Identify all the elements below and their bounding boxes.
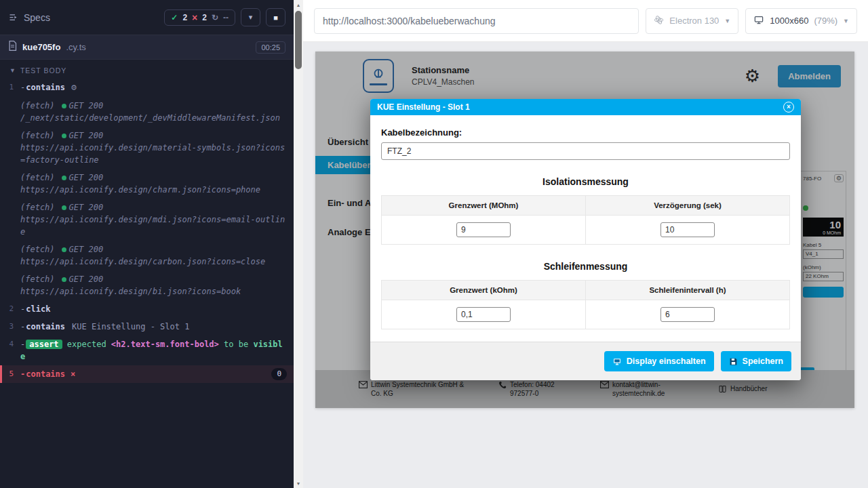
kabelbezeichnung-label: Kabelbezeichnung: [381, 127, 790, 138]
pending-count: -- [223, 13, 229, 22]
isolationsmessung-title: Isolationsmessung [381, 176, 790, 187]
column-header: Grenzwert (MOhm) [382, 196, 586, 216]
aut-background: Stationsname CPLV4_Maschen ⚙ Abmelden Üb… [303, 42, 868, 488]
kabelbezeichnung-input[interactable] [381, 142, 790, 160]
chevron-down-icon: ▾ [249, 13, 253, 22]
scroll-up-icon[interactable]: ▲ [294, 0, 303, 9]
contains-argument: KUE Einstellung - Slot 1 [72, 322, 189, 331]
log-fetch[interactable]: (fetch)GET 200 https://api.iconify.desig… [0, 270, 294, 300]
fetch-url: https://api.iconify.design/mdi.json?icon… [20, 214, 287, 238]
schleifenmessung-table: Grenzwert (kOhm) Schleifenintervall (h) [381, 280, 790, 329]
log-fetch[interactable]: (fetch)GET 200 https://api.iconify.desig… [0, 127, 294, 169]
display-einschalten-button[interactable]: Display einschalten [604, 351, 714, 371]
stop-icon: ■ [273, 14, 278, 22]
command-contains-failed[interactable]: 5 contains × 0 [0, 365, 294, 384]
test-body-label: TEST BODY [20, 66, 66, 75]
spec-file-icon [8, 41, 17, 54]
loop-intervall-input[interactable] [660, 307, 715, 322]
viewport-zoom: (79%) [814, 16, 837, 26]
save-floppy-icon [729, 357, 738, 366]
match-count-badge: 0 [271, 368, 287, 381]
assert-target: <h2.text-sm.font-bold> [111, 340, 219, 349]
specs-label: Specs [24, 12, 50, 23]
specs-menu[interactable]: Specs [8, 12, 50, 23]
modal-header: KUE Einstellung - Slot 1 × [370, 99, 801, 115]
command-contains-2[interactable]: 3 containsKUE Einstellung - Slot 1 [0, 318, 294, 336]
url-input[interactable] [314, 8, 639, 34]
failed-count: 2 [202, 13, 207, 22]
failed-icon: × [192, 13, 197, 22]
chevron-down-icon: ▼ [9, 67, 16, 74]
status-ok-dot [62, 205, 66, 210]
command-click[interactable]: 2 click [0, 300, 294, 318]
browser-select[interactable]: Electron 130 ▼ [646, 8, 738, 34]
log-fetch[interactable]: (fetch)GET 200 https://api.iconify.desig… [0, 169, 294, 199]
log-fetch[interactable]: (fetch)GET 200 /_next/static/development… [0, 97, 294, 127]
modal-title: KUE Einstellung - Slot 1 [377, 102, 470, 112]
reporter-scrollbar[interactable]: ▲ ▼ [294, 0, 303, 488]
spec-ext: .cy.ts [66, 42, 85, 52]
fetch-url: https://api.iconify.design/charm.json?ic… [20, 184, 287, 196]
test-body-toggle[interactable]: ▼ TEST BODY [0, 60, 294, 79]
status-ok-dot [62, 247, 66, 252]
viewport-select[interactable]: 1000x660 (79%) ▼ [745, 8, 857, 34]
loop-grenzwert-input[interactable] [456, 307, 511, 322]
gear-icon: ⚙ [71, 83, 77, 92]
spec-name: kue705fo [22, 42, 60, 52]
viewport-size: 1000x660 [770, 16, 808, 26]
status-ok-dot [62, 134, 66, 138]
browser-label: Electron 130 [669, 16, 719, 26]
fetch-url: https://api.iconify.design/carbon.json?i… [20, 256, 287, 268]
close-icon[interactable]: × [783, 102, 794, 113]
modal-footer: Display einschalten Speichern [370, 342, 801, 380]
display-icon [612, 357, 622, 366]
fetch-url: https://api.iconify.design/bi.json?icons… [20, 285, 287, 298]
command-log: 1 contains⚙ (fetch)GET 200 /_next/static… [0, 79, 294, 488]
command-assert[interactable]: 4 assert expected <h2.text-sm.font-bold>… [0, 336, 294, 365]
runner-main: Electron 130 ▼ 1000x660 (79%) ▼ Stations… [303, 0, 868, 488]
collapse-button[interactable]: ▾ [241, 8, 260, 26]
log-fetch[interactable]: (fetch)GET 200 https://api.iconify.desig… [0, 241, 294, 270]
stop-button[interactable]: ■ [266, 8, 285, 26]
test-stats: ✓ 2 × 2 ↻ -- [164, 9, 235, 26]
reporter-header: Specs ✓ 2 × 2 ↻ -- ▾ ■ [0, 0, 294, 35]
fail-x-icon: × [71, 368, 75, 380]
scrollbar-thumb[interactable] [295, 11, 302, 69]
monitor-icon [753, 15, 764, 27]
iso-verzoegerung-input[interactable] [660, 222, 715, 237]
passed-icon: ✓ [171, 13, 178, 22]
column-header: Verzögerung (sek) [586, 196, 790, 216]
status-ok-dot [62, 104, 66, 108]
chevron-down-icon: ▼ [724, 18, 730, 24]
column-header: Grenzwert (kOhm) [382, 281, 586, 300]
column-header: Schleifenintervall (h) [586, 281, 790, 300]
status-ok-dot [62, 176, 66, 180]
cypress-reporter: Specs ✓ 2 × 2 ↻ -- ▾ ■ kue705fo .cy.ts 0… [0, 0, 294, 488]
runner-topbar: Electron 130 ▼ 1000x660 (79%) ▼ [303, 0, 868, 42]
chevron-down-icon: ▼ [843, 18, 849, 24]
pending-icon: ↻ [212, 13, 218, 22]
log-fetch[interactable]: (fetch)GET 200 https://api.iconify.desig… [0, 199, 294, 241]
app-under-test: Stationsname CPLV4_Maschen ⚙ Abmelden Üb… [315, 52, 854, 408]
electron-icon [654, 15, 664, 27]
status-ok-dot [62, 277, 66, 282]
kue-settings-modal: KUE Einstellung - Slot 1 × Kabelbezeichn… [370, 99, 801, 380]
command-contains-1[interactable]: 1 contains⚙ [0, 79, 294, 97]
isolationsmessung-table: Grenzwert (MOhm) Verzögerung (sek) [381, 195, 790, 245]
fetch-url: https://api.iconify.design/material-symb… [20, 142, 287, 166]
scroll-down-icon[interactable]: ▼ [294, 479, 303, 488]
iso-grenzwert-input[interactable] [456, 222, 511, 237]
specs-menu-icon [8, 12, 18, 22]
passed-count: 2 [182, 13, 187, 22]
spec-file-row[interactable]: kue705fo .cy.ts 00:25 [0, 35, 294, 60]
spec-duration: 00:25 [256, 41, 285, 54]
fetch-url: /_next/static/development/_devMiddleware… [20, 112, 287, 124]
assert-badge: assert [26, 340, 62, 349]
speichern-button[interactable]: Speichern [721, 351, 791, 371]
schleifenmessung-title: Schleifenmessung [381, 261, 790, 272]
